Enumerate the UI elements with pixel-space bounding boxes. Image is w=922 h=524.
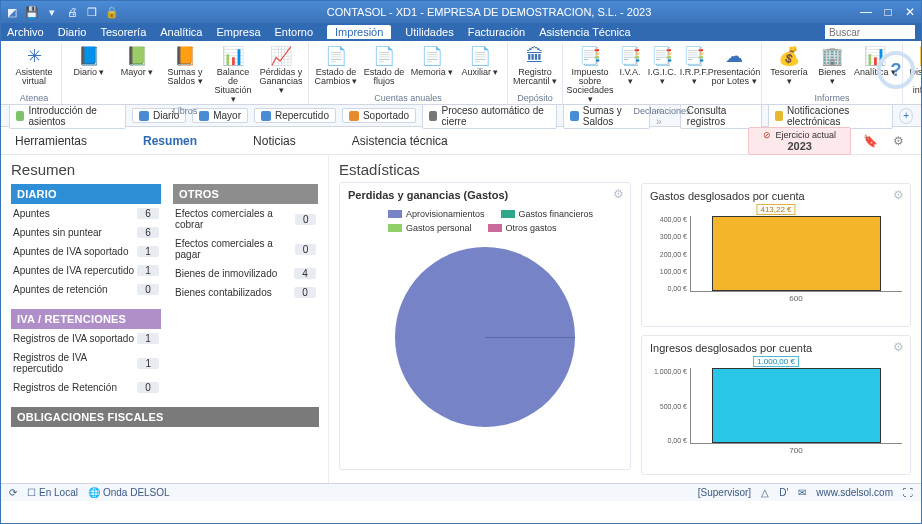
ribbon-btn-diario[interactable]: 📘Diario ▾ — [66, 43, 112, 106]
card-otros: OTROS Efectos comerciales a cobrar0 Efec… — [173, 184, 318, 397]
pl-icon: 📈 — [268, 45, 294, 67]
gear-icon[interactable]: ⚙ — [893, 188, 904, 202]
estadisticas-pane: Estadísticas ⚙ Perdidas y ganancias (Gas… — [329, 155, 921, 483]
ribbon-btn-memoria[interactable]: 📄Memoria ▾ — [409, 43, 455, 88]
row-efectos-cobrar[interactable]: Efectos comerciales a cobrar0 — [173, 204, 318, 234]
status-cloud-icon[interactable]: △ — [761, 487, 769, 498]
menu-asistencia[interactable]: Asistencia Técnica — [539, 26, 631, 38]
status-url[interactable]: www.sdelsol.com — [816, 487, 893, 498]
menu-tesoreria[interactable]: Tesorería — [100, 26, 146, 38]
settings-button[interactable]: ⚙ — [889, 132, 907, 150]
panel-gastos: ⚙ Gastos desglosados por cuenta 413,22 €… — [641, 183, 911, 327]
ribbon-btn-perdidas[interactable]: 📈Pérdidas y Ganancias ▾ — [258, 43, 304, 106]
out-icon — [261, 111, 271, 121]
menu-utilidades[interactable]: Utilidades — [405, 26, 453, 38]
ejercicio-badge: ⊘Ejercicio actual 2023 — [748, 127, 851, 155]
ribbon-group-libros: 📘Diario ▾ 📗Mayor ▾ 📙Sumas y Saldos ▾ 📊Ba… — [62, 43, 309, 104]
subbtn-mayor[interactable]: Mayor — [192, 108, 248, 123]
subbtn-cierre[interactable]: Proceso automático de cierre — [422, 103, 557, 129]
ribbon-btn-igic[interactable]: 📑I.G.I.C. ▾ — [647, 43, 677, 106]
ribbon-btn-sociedades[interactable]: 📑Impuesto sobre Sociedades ▾ — [567, 43, 613, 106]
subbtn-asientos[interactable]: Introducción de asientos — [9, 103, 126, 129]
qat-print-icon[interactable]: 🖨 — [65, 5, 79, 19]
qat-lock-icon[interactable]: 🔒 — [105, 5, 119, 19]
ribbon-btn-registro[interactable]: 🏛Registro Mercantil ▾ — [512, 43, 558, 88]
ribbon-btn-mayor[interactable]: 📗Mayor ▾ — [114, 43, 160, 106]
ribbon-btn-tesoreria[interactable]: 💰Tesorería ▾ — [766, 43, 812, 88]
subbtn-consulta[interactable]: Consulta registros — [680, 103, 762, 129]
resumen-pane: Resumen DIARIO Apuntes6 Apuntes sin punt… — [1, 155, 329, 483]
tab-herramientas[interactable]: Herramientas — [15, 134, 87, 148]
menu-facturacion[interactable]: Facturación — [468, 26, 525, 38]
row-iva-soportado[interactable]: Apuntes de IVA soportado1 — [11, 242, 161, 261]
search-input[interactable] — [825, 25, 915, 39]
row-retencion[interactable]: Apuntes de retención0 — [11, 280, 161, 299]
status-local: ☐ En Local — [27, 487, 78, 498]
menu-analitica[interactable]: Analítica — [160, 26, 202, 38]
qat-save-icon[interactable]: 💾 — [25, 5, 39, 19]
qat-logo-icon[interactable]: ◩ — [5, 5, 19, 19]
gear-icon[interactable]: ⚙ — [613, 187, 624, 201]
menu-empresa[interactable]: Empresa — [216, 26, 260, 38]
status-refresh-icon[interactable]: ⟳ — [9, 487, 17, 498]
menu-archivo[interactable]: Archivo — [7, 26, 44, 38]
gear-icon[interactable]: ⚙ — [893, 340, 904, 354]
bar-callout: 1.000,00 € — [753, 356, 799, 367]
minimize-button[interactable]: — — [859, 5, 873, 19]
status-expand-icon[interactable]: ⛶ — [903, 487, 913, 498]
ledger-icon — [199, 111, 209, 121]
row-reg-soportado[interactable]: Registros de IVA soportado1 — [11, 329, 161, 348]
resumen-title: Resumen — [11, 161, 318, 178]
qat-dropdown-icon[interactable]: ▾ — [45, 5, 59, 19]
menu-entorno[interactable]: Entorno — [275, 26, 314, 38]
bookmark-button[interactable]: 🔖 — [861, 132, 879, 150]
close-button[interactable]: ✕ — [903, 5, 917, 19]
legend-swatch — [501, 210, 515, 218]
row-apuntes[interactable]: Apuntes6 — [11, 204, 161, 223]
maximize-button[interactable]: □ — [881, 5, 895, 19]
ribbon-btn-auxiliar[interactable]: 📄Auxiliar ▾ — [457, 43, 503, 88]
ribbon-btn-ecambios[interactable]: 📄Estado de Cambios ▾ — [313, 43, 359, 88]
titlebar: ◩ 💾 ▾ 🖨 ❐ 🔒 CONTASOL - XD1 - EMPRESA DE … — [1, 1, 921, 23]
row-bienes-cont[interactable]: Bienes contabilizados0 — [173, 283, 318, 302]
row-bienes-inmov[interactable]: Bienes de inmovilizado4 — [173, 264, 318, 283]
help-button[interactable]: ? — [877, 51, 915, 89]
ribbon-btn-bienes[interactable]: 🏢Bienes ▾ — [814, 43, 850, 88]
nav-tabs: Herramientas Resumen Noticias Asistencia… — [1, 127, 921, 155]
subbtn-soportado[interactable]: Soportado — [342, 108, 416, 123]
subbar-add-button[interactable]: + — [899, 108, 913, 124]
menu-impresion[interactable]: Impresión — [327, 25, 391, 39]
plus-icon — [16, 111, 24, 121]
qat-copy-icon[interactable]: ❐ — [85, 5, 99, 19]
window-title: CONTASOL - XD1 - EMPRESA DE DEMOSTRACION… — [119, 6, 859, 18]
subbtn-repercutido[interactable]: Repercutido — [254, 108, 336, 123]
tab-asistencia[interactable]: Asistencia técnica — [352, 134, 448, 148]
ribbon-btn-eflujos[interactable]: 📄Estado de flujos — [361, 43, 407, 88]
row-reg-retencion[interactable]: Registros de Retención0 — [11, 378, 161, 397]
ribbon-btn-sumas[interactable]: 📙Sumas y Saldos ▾ — [162, 43, 208, 106]
ribbon-btn-balance[interactable]: 📊Balance de Situación ▾ — [210, 43, 256, 106]
bar-chart-ingresos: 1.000,00 € 500,00 € 0,00 € — [650, 368, 902, 444]
ribbon-btn-iva[interactable]: 📑I.V.A. ▾ — [615, 43, 645, 106]
tab-noticias[interactable]: Noticias — [253, 134, 296, 148]
memo-icon: 📄 — [419, 45, 445, 67]
bar-callout: 413,22 € — [756, 204, 795, 215]
ribbon-btn-irpf[interactable]: 📑I.R.P.F. ▾ — [679, 43, 709, 106]
status-onda[interactable]: 🌐 Onda DELSOL — [88, 487, 170, 498]
subbtn-notificaciones[interactable]: Notificaciones electrónicas — [768, 103, 894, 129]
treasury-icon: 💰 — [776, 45, 802, 67]
tab-resumen[interactable]: Resumen — [143, 134, 197, 148]
balance-icon: 📊 — [220, 45, 246, 67]
menu-diario[interactable]: Diario — [58, 26, 87, 38]
status-d-icon[interactable]: D' — [779, 487, 788, 498]
batch-icon: ☁ — [721, 45, 747, 67]
status-mail-icon[interactable]: ✉ — [798, 487, 806, 498]
ribbon-btn-lotes[interactable]: ☁Presentación por Lotes ▾ — [711, 43, 757, 106]
row-reg-repercutido[interactable]: Registros de IVA repercutido1 — [11, 348, 161, 378]
ribbon-btn-asistente[interactable]: ✳Asistente virtual — [11, 43, 57, 88]
designer-icon: 📐 — [917, 45, 922, 67]
row-efectos-pagar[interactable]: Efectos comerciales a pagar0 — [173, 234, 318, 264]
row-iva-repercutido[interactable]: Apuntes de IVA repercutido1 — [11, 261, 161, 280]
row-sin-puntear[interactable]: Apuntes sin puntear6 — [11, 223, 161, 242]
status-bar: ⟳ ☐ En Local 🌐 Onda DELSOL [Supervisor] … — [1, 483, 921, 501]
